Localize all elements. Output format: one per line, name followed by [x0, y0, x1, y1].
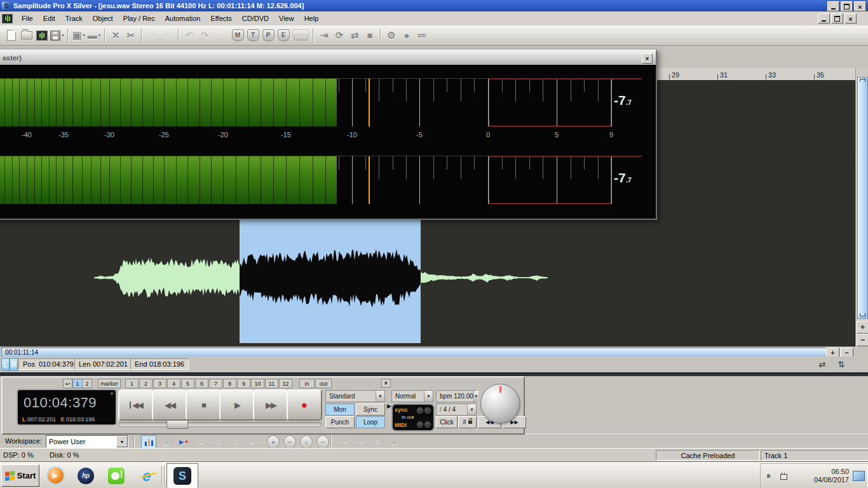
pan-badge-icon[interactable]: P — [261, 28, 276, 43]
open-project-icon[interactable] — [19, 28, 34, 43]
bpm-dropdown[interactable]: bpm 120.00▼ — [436, 390, 477, 402]
transport-back-tab[interactable]: ↩ — [63, 379, 72, 388]
rewind-button[interactable]: ◀◀ — [152, 390, 187, 421]
left-locator-button[interactable]: L — [1, 358, 10, 371]
transport-setup-1-tab[interactable]: 1 — [72, 379, 83, 388]
marker-5-tab[interactable]: 5 — [181, 379, 194, 388]
save-project-icon[interactable]: ▾ — [50, 28, 65, 43]
marker-6-tab[interactable]: 6 — [195, 379, 208, 388]
loop-range-icon[interactable]: ⟳ — [332, 28, 347, 43]
media-player-icon[interactable]: ▶ — [44, 466, 66, 485]
save-project-icon-dropdown-arrow[interactable]: ▾ — [62, 33, 64, 38]
range-marker-icon[interactable]: ⇥ — [316, 28, 332, 43]
right-locator-button[interactable]: R — [10, 358, 18, 371]
go-to-start-button[interactable]: ◀◀ — [118, 390, 154, 421]
tray-clock[interactable]: 06:50 04/08/2017 — [814, 468, 849, 484]
menu-play-rec[interactable]: Play / Rec — [118, 13, 160, 24]
settings-gear-icon[interactable]: ⚙ — [384, 28, 399, 43]
zoom-in-vertical-button[interactable]: + — [267, 435, 280, 449]
tempo-mode-dropdown[interactable]: Normal▼ — [391, 390, 433, 402]
power-plug-icon[interactable] — [779, 472, 788, 480]
tempo-lock-button[interactable]: # — [458, 416, 477, 428]
samplitude-icon[interactable]: S — [166, 463, 198, 488]
scrub-slider-groove[interactable] — [118, 422, 322, 427]
internet-explorer-icon[interactable]: e — [136, 466, 158, 485]
loop-button[interactable]: Loop — [356, 416, 385, 428]
sync-button[interactable]: Sync — [356, 403, 385, 416]
child-close-button[interactable]: × — [844, 13, 857, 24]
play-record-button[interactable]: ▶● — [177, 435, 191, 448]
new-project-icon[interactable] — [4, 28, 19, 43]
marker-9-tab[interactable]: 9 — [237, 379, 250, 388]
delete-objects-icon[interactable]: ✕ — [108, 28, 123, 43]
zoom-out-horizontal-button[interactable]: − — [316, 435, 329, 449]
split-scissors-icon[interactable]: ✂ — [123, 28, 139, 43]
track-badge-icon[interactable]: T — [245, 28, 261, 43]
menu-cd-dvd[interactable]: CD/DVD — [237, 13, 274, 24]
tray-expand-icon[interactable]: « — [764, 474, 773, 478]
child-restore-button[interactable] — [831, 13, 843, 24]
menu-view[interactable]: View — [274, 13, 299, 24]
transport-setup-2-tab[interactable]: 2 — [82, 379, 92, 388]
hp-icon[interactable]: hp — [75, 466, 97, 485]
peak-meter-close-button[interactable]: × — [642, 53, 653, 64]
marker-4-tab[interactable]: 4 — [167, 379, 180, 388]
mouse-mode-icon-dropdown-arrow[interactable]: ▾ — [98, 33, 101, 38]
record-button[interactable]: ● — [287, 390, 322, 421]
minimize-button[interactable] — [827, 1, 839, 11]
length-field[interactable]: Len 007:02:201 — [74, 358, 132, 370]
zoom-in-horizontal-button[interactable]: + — [826, 348, 839, 357]
horizontal-scrollbar-thumb[interactable]: 00:01:11:14 — [1, 348, 828, 357]
monitor-button[interactable]: Mon — [325, 403, 355, 416]
zoom-out-vertical-button[interactable]: − — [283, 435, 296, 449]
zoom-out-vertical-scroll-button[interactable]: − — [857, 334, 868, 346]
marker-10-tab[interactable]: 10 — [251, 379, 264, 388]
vertical-scrollbar-thumb[interactable] — [857, 77, 868, 318]
object-mode-icon[interactable]: ▣▾ — [71, 28, 86, 43]
forward-button[interactable]: ▶▶ — [253, 390, 288, 421]
document-waveform-icon[interactable] — [2, 14, 13, 24]
horizontal-scrollbar[interactable]: 00:01:11:14 + − — [0, 346, 855, 357]
transport-close-button[interactable]: × — [381, 379, 391, 388]
marker-8-tab[interactable]: 8 — [223, 379, 236, 388]
time-display[interactable]: 010:04:379 ▾ L 007:02:201 E 018:03:196 — [17, 389, 117, 426]
start-button[interactable]: Start — [1, 464, 39, 487]
menu-object[interactable]: Object — [88, 13, 118, 24]
marker-11-tab[interactable]: 11 — [265, 379, 278, 388]
stop-button[interactable]: ■ — [186, 390, 221, 421]
end-field[interactable]: End 018:03:196 — [130, 358, 189, 370]
mute-badge-icon[interactable]: M — [230, 28, 245, 43]
punch-range-icon[interactable]: ⇄ — [347, 28, 362, 43]
time-display-dropdown-icon[interactable]: ▾ — [111, 391, 113, 396]
workspace-dropdown-arrow-icon[interactable]: ▼ — [116, 436, 128, 447]
close-button[interactable]: × — [854, 1, 866, 11]
punch-out-tab[interactable]: out — [315, 379, 332, 388]
playback-options-icon[interactable]: ≔ — [414, 28, 430, 43]
workspace-dropdown[interactable]: Power User ▼ — [46, 435, 128, 448]
zoom-out-horizontal-button[interactable]: − — [840, 348, 853, 357]
show-desktop-icon[interactable] — [853, 471, 865, 481]
swap-range-icon[interactable]: ⇄ — [815, 358, 830, 370]
sync-midi-panel[interactable]: sync in out MIDI — [391, 403, 435, 431]
tempo-knob[interactable] — [480, 384, 520, 423]
stop-range-icon[interactable]: ■ — [362, 28, 377, 43]
child-minimize-button[interactable] — [818, 13, 830, 24]
mouse-mode-icon[interactable]: ▬▾ — [86, 28, 102, 43]
flip-range-icon[interactable]: ⇅ — [834, 358, 849, 370]
menu-track[interactable]: Track — [60, 13, 88, 24]
position-field[interactable]: Pos 010:04:379 — [18, 358, 78, 370]
menu-file[interactable]: File — [17, 13, 38, 24]
punch-button[interactable]: Punch — [325, 416, 355, 428]
menu-automation[interactable]: Automation — [160, 13, 206, 24]
marker-tab[interactable]: marker — [98, 379, 121, 388]
marker-12-tab[interactable]: 12 — [279, 379, 292, 388]
scrub-slider-thumb[interactable] — [166, 420, 188, 429]
edit-badge-icon[interactable]: E — [276, 28, 291, 43]
restore-button[interactable] — [841, 1, 853, 11]
mixer-button[interactable] — [141, 435, 156, 449]
peak-meter-window[interactable]: aster) × -40-35-30-25-20-15-10-5059 -7.7… — [0, 50, 657, 220]
transport-preset-dropdown[interactable]: Standard▼ — [325, 390, 385, 402]
object-mode-icon-dropdown-arrow[interactable]: ▾ — [83, 33, 85, 38]
menu-edit[interactable]: Edit — [38, 13, 60, 24]
zoom-in-vertical-scroll-button[interactable]: + — [857, 321, 868, 334]
